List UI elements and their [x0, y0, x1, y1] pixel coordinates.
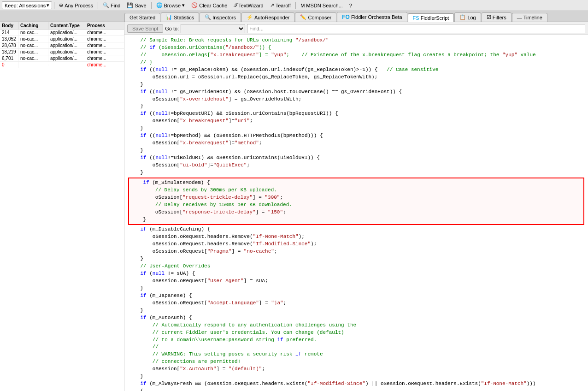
code-line: oSession.oRequest.headers.Remove("If-Mod…: [128, 241, 584, 248]
chevron-down-icon: ▾: [47, 2, 49, 8]
msdn-icon: M: [300, 3, 305, 8]
clear-cache-icon: 🚫: [191, 2, 198, 8]
code-line: if (null != sUA) {: [128, 270, 584, 278]
session-row[interactable]: 214 no-cac... application/... chrome...: [0, 30, 124, 36]
session-row[interactable]: 13,052 no-cac... application/... chrome.…: [0, 36, 124, 42]
code-line: }: [128, 103, 584, 110]
code-line: oSession["response-trickle-delay"] = "15…: [131, 209, 582, 216]
keep-sessions-dropdown[interactable]: Keep: All sessions ▾: [2, 1, 52, 9]
code-line: // Sample Rule: Break requests for URLs …: [128, 37, 584, 44]
tab-fiddler-orchestra-label: Fiddler Orchestra Beta: [351, 14, 402, 20]
code-line: if ((null != gs_OverridenHost) && (oSess…: [128, 89, 584, 96]
textwizard-button[interactable]: 𝒯 TextWizard: [231, 1, 266, 9]
session-row[interactable]: 6,701 no-cac... application/... chrome..…: [0, 55, 124, 62]
session-content-type: application/...: [48, 36, 85, 42]
code-line: }: [128, 307, 584, 314]
session-process: chrome...: [85, 30, 115, 36]
tab-inspectors[interactable]: 🔍 Inspectors: [200, 12, 241, 22]
goto-select[interactable]: [181, 24, 245, 33]
session-process: chrome...: [85, 42, 115, 48]
code-line: // Automatically respond to any authenti…: [128, 322, 584, 329]
session-row[interactable]: 28,678 no-cac... application/... chrome.…: [0, 42, 124, 49]
code-line: }: [128, 285, 584, 292]
session-content-type: application/...: [48, 42, 85, 48]
col-header-process: Process: [85, 22, 115, 29]
session-row[interactable]: 0 chrome...: [0, 62, 124, 68]
code-area[interactable]: // Sample Rule: Break requests for URLs …: [124, 35, 588, 391]
session-content-type: application/...: [48, 55, 85, 61]
tab-timeline[interactable]: — Timeline: [512, 13, 547, 22]
save-button[interactable]: 💾 Save: [124, 1, 149, 9]
code-line: // }: [128, 59, 584, 66]
code-line: //: [128, 344, 584, 351]
textwizard-icon: 𝒯: [234, 2, 237, 8]
tab-composer[interactable]: ✏️ Composer: [295, 12, 336, 22]
code-line: }: [128, 169, 584, 177]
tab-filters-label: Filters: [493, 15, 506, 20]
session-caching: no-cac...: [18, 49, 48, 55]
tab-composer-label: Composer: [308, 15, 331, 20]
code-line: oSession.url = oSession.url.Replace(gs_R…: [128, 74, 584, 81]
tab-autoresponder[interactable]: ⚡ AutoResponder: [241, 12, 294, 22]
session-content-type: application/...: [48, 49, 85, 55]
chevron-down-icon-2: ▾: [182, 2, 185, 8]
browse-button[interactable]: 🌐 Browse ▾: [153, 1, 188, 9]
help-button[interactable]: ?: [347, 2, 355, 9]
session-caching: no-cac...: [18, 55, 48, 61]
col-header-caching: Caching: [18, 22, 48, 29]
session-process: chrome...: [85, 55, 115, 61]
session-body: 13,052: [0, 36, 18, 42]
code-line: // to a domain\\username:password string…: [128, 337, 584, 344]
save-script-button[interactable]: Save Script: [127, 24, 163, 33]
inspect-icon: 🔍: [205, 14, 211, 20]
code-line: oSession["X-AutoAuth"] = "(default)";: [128, 366, 584, 373]
session-body: 28,678: [0, 42, 18, 48]
tab-fiddler-orchestra[interactable]: FO Fiddler Orchestra Beta: [337, 12, 407, 22]
tab-filters[interactable]: ☑ Filters: [482, 12, 512, 22]
separator-1: [54, 2, 54, 9]
col-header-content-type: Content-Type: [48, 22, 85, 29]
sessions-panel: Body Caching Content-Type Process 214 no…: [0, 22, 124, 391]
separator-4: [295, 2, 296, 9]
session-body: 214: [0, 30, 18, 36]
session-body: 18,219: [0, 49, 18, 55]
tearoff-button[interactable]: ↗ Tearoff: [267, 1, 294, 9]
tab-statistics[interactable]: 📊 Statistics: [161, 12, 199, 22]
code-line: }: [131, 216, 582, 224]
find-input[interactable]: [247, 24, 585, 33]
msdn-search-button[interactable]: M MSDN Search...: [298, 2, 346, 9]
find-button[interactable]: 🔍 Find: [100, 1, 123, 9]
session-content-type: application/...: [48, 30, 85, 36]
clear-cache-button[interactable]: 🚫 Clear Cache: [188, 1, 230, 9]
code-line: // connections are permitted!: [128, 358, 584, 366]
session-row[interactable]: 18,219 no-cac... application/... chrome.…: [0, 49, 124, 55]
session-caching: no-cac...: [18, 42, 48, 48]
tab-log[interactable]: 📋 Log: [454, 12, 481, 22]
code-line: // oSession.oFlags["x-breakrequest"] = "…: [128, 52, 584, 59]
main-toolbar: Keep: All sessions ▾ ⊕ Any Process 🔍 Fin…: [0, 0, 588, 11]
help-icon: ?: [349, 3, 352, 8]
session-process: chrome...: [85, 49, 115, 55]
sessions-list: 214 no-cac... application/... chrome... …: [0, 30, 124, 68]
session-process: chrome...: [85, 62, 115, 68]
any-process-button[interactable]: ⊕ Any Process: [56, 1, 96, 9]
session-content-type: [48, 65, 85, 65]
code-line: }: [128, 125, 584, 132]
save-icon: 💾: [127, 2, 133, 8]
col-header-body: Body: [0, 22, 18, 29]
tab-timeline-label: Timeline: [523, 15, 542, 20]
main-layout: Body Caching Content-Type Process 214 no…: [0, 22, 588, 391]
session-body: 6,701: [0, 55, 18, 61]
code-line: oSession["x-overridehost"] = gs_Override…: [128, 96, 584, 103]
code-line: {: [128, 388, 584, 391]
tab-get-started[interactable]: Get Started: [124, 13, 160, 22]
stats-icon: 📊: [166, 14, 172, 20]
code-line: if (m_DisableCaching) {: [128, 226, 584, 233]
code-line: // Delay receives by 150ms per KB downlo…: [131, 201, 582, 209]
auto-icon: ⚡: [247, 14, 253, 20]
tab-fiddlerscript[interactable]: FS FiddlerScript: [408, 13, 454, 22]
separator-3: [151, 2, 152, 9]
orchestra-icon: FO: [342, 14, 350, 20]
code-line: }: [128, 255, 584, 263]
tab-log-label: Log: [467, 15, 476, 20]
